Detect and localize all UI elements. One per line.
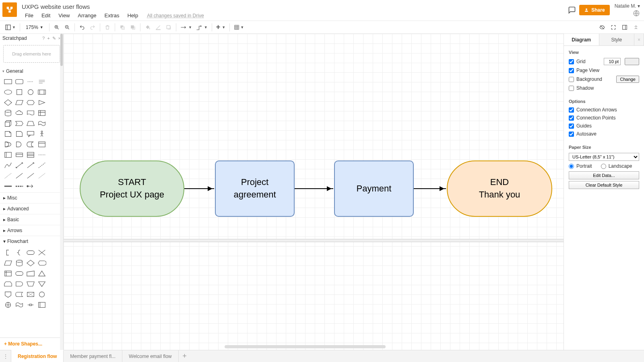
fc-blank3[interactable]	[48, 269, 58, 278]
shape-parallel[interactable]	[14, 98, 24, 107]
to-front-icon[interactable]	[118, 23, 127, 32]
fc-manop[interactable]	[26, 280, 35, 288]
fc-collate[interactable]	[26, 300, 35, 309]
fc-loop[interactable]	[3, 280, 13, 288]
shape-and[interactable]	[14, 140, 24, 149]
shape-line[interactable]	[14, 171, 24, 180]
menu-help[interactable]: Help	[124, 12, 141, 19]
scratchpad-add-icon[interactable]: +	[47, 36, 50, 41]
app-logo[interactable]	[2, 2, 17, 17]
fc-para[interactable]	[3, 259, 13, 267]
menu-arrange[interactable]: Arrange	[74, 12, 99, 19]
shape-cube[interactable]	[3, 119, 13, 128]
fullscreen-icon[interactable]	[609, 23, 618, 32]
shape-dot[interactable]	[3, 171, 13, 180]
fc-terminator[interactable]	[26, 248, 35, 257]
shape-curve[interactable]	[3, 161, 13, 170]
shape-internal[interactable]	[37, 109, 47, 117]
scratchpad-edit-icon[interactable]: ✎	[52, 36, 56, 41]
section-general[interactable]: ▾General	[0, 67, 63, 76]
shape-blank5[interactable]	[48, 119, 58, 128]
shadow-checkbox[interactable]	[569, 86, 574, 91]
scratchpad-help-icon[interactable]: ?	[42, 36, 45, 41]
connection-icon[interactable]: ▼	[179, 23, 194, 32]
fc-display[interactable]	[37, 259, 47, 267]
fc-manual[interactable]	[26, 269, 35, 278]
shape-blank9[interactable]	[48, 161, 58, 170]
shape-hcontainer[interactable]	[3, 150, 13, 159]
shape-vcontainer[interactable]	[14, 150, 24, 159]
shape-process[interactable]	[37, 88, 47, 97]
fc-sort[interactable]	[37, 248, 47, 257]
node-end[interactable]: END Thank you	[447, 160, 552, 217]
document-title[interactable]: UXPG website user flows	[22, 2, 568, 12]
shape-step[interactable]	[14, 119, 24, 128]
menu-extras[interactable]: Extras	[101, 12, 123, 19]
shape-callout[interactable]	[26, 130, 35, 138]
tab-close-icon[interactable]: ×	[634, 34, 644, 45]
shape-doc[interactable]	[26, 109, 35, 117]
shape-data[interactable]	[26, 140, 35, 149]
grid-checkbox[interactable]	[569, 59, 574, 64]
fc-bracket[interactable]	[3, 248, 13, 257]
shape-rounded[interactable]	[14, 77, 24, 86]
node-payment[interactable]: Payment	[334, 160, 414, 217]
fc-card2[interactable]	[37, 300, 47, 309]
edge-agree-payment[interactable]	[295, 188, 333, 189]
shape-container[interactable]	[37, 140, 47, 149]
fc-stored[interactable]	[14, 290, 24, 299]
shape-rect[interactable]	[3, 77, 13, 86]
sidebar-scrollbar[interactable]	[60, 34, 63, 350]
shape-ellipse[interactable]	[3, 88, 13, 97]
fc-blank5[interactable]	[48, 290, 58, 299]
fc-blank4[interactable]	[48, 280, 58, 288]
shape-text[interactable]	[26, 77, 35, 86]
section-arrows[interactable]: ▸Arrows	[0, 225, 63, 236]
scratchpad-dropzone[interactable]: Drag elements here	[3, 45, 60, 63]
collapse-icon[interactable]	[631, 23, 641, 32]
menu-edit[interactable]: Edit	[38, 12, 54, 19]
shape-line2[interactable]	[26, 171, 35, 180]
shape-list[interactable]	[26, 150, 35, 159]
autosave-checkbox[interactable]	[569, 132, 574, 137]
shape-thick[interactable]	[3, 182, 13, 191]
grid-size-input[interactable]	[604, 58, 621, 65]
format-panel-icon[interactable]	[620, 23, 630, 32]
shape-arrow[interactable]	[26, 161, 35, 170]
zoom-in-icon[interactable]	[52, 23, 62, 32]
shape-blank8[interactable]	[48, 150, 58, 159]
fc-extract[interactable]	[37, 269, 47, 278]
shape-cloud[interactable]	[14, 109, 24, 117]
menu-view[interactable]: View	[55, 12, 73, 19]
waypoint-icon[interactable]: ▼	[194, 23, 209, 32]
shape-thin[interactable]	[37, 171, 47, 180]
hide-icon[interactable]	[597, 23, 607, 32]
menu-file[interactable]: File	[22, 12, 37, 19]
edit-data-button[interactable]: Edit Data...	[569, 171, 639, 179]
shadow-icon[interactable]	[164, 23, 173, 32]
delete-icon[interactable]	[103, 23, 112, 32]
conn-points-checkbox[interactable]	[569, 115, 574, 121]
shape-textbox[interactable]	[37, 77, 47, 86]
shape-thick2[interactable]	[14, 182, 24, 191]
shape-hex[interactable]	[26, 98, 35, 107]
shape-blank10[interactable]	[48, 171, 58, 180]
fc-offpage[interactable]	[3, 290, 13, 299]
redo-icon[interactable]	[88, 23, 97, 32]
shape-link[interactable]	[26, 182, 35, 191]
fc-blank[interactable]	[48, 248, 58, 257]
shape-blank[interactable]	[48, 77, 58, 86]
shape-trap[interactable]	[26, 119, 35, 128]
to-back-icon[interactable]	[128, 23, 138, 32]
zoom-out-icon[interactable]	[62, 23, 72, 32]
edge-payment-end[interactable]	[414, 188, 446, 189]
fc-intern[interactable]	[3, 269, 13, 278]
shape-blank3[interactable]	[48, 98, 58, 107]
shape-diamond[interactable]	[3, 98, 13, 107]
page-tab-member-payment[interactable]: Member payment fl...	[64, 350, 122, 362]
conn-arrows-checkbox[interactable]	[569, 107, 574, 113]
undo-icon[interactable]	[77, 23, 87, 32]
line-color-icon[interactable]	[153, 23, 163, 32]
fc-blank2[interactable]	[48, 259, 58, 267]
shape-or[interactable]	[3, 140, 13, 149]
